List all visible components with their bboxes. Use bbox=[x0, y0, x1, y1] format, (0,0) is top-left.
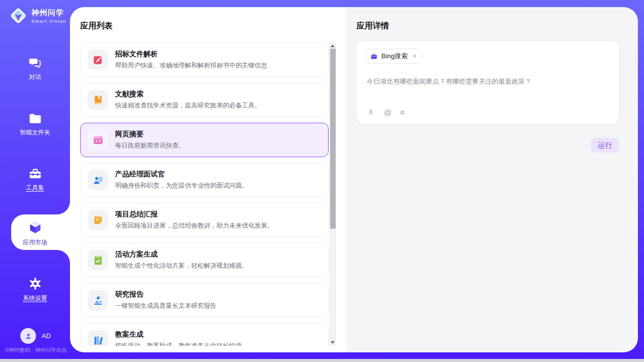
content-area: 应用列表 招标文件解析 帮助用户快速、准确地理解和解析招标书中的关键信息 bbox=[70, 7, 638, 352]
app-desc: 一键智能生成高质量长文本研究报告 bbox=[115, 302, 217, 310]
brand-name: 神州问学 bbox=[31, 8, 66, 18]
tool-chip-label: Bing搜索 bbox=[381, 52, 408, 61]
cube-icon bbox=[28, 220, 43, 235]
app-card-literature-search[interactable]: 文献搜索 快速精准查找学术资源，提高研究效率的必备工具。 bbox=[80, 83, 329, 117]
active-tab-curve-top bbox=[57, 201, 70, 214]
sidebar-item-app-market[interactable]: 应用市场 bbox=[0, 220, 70, 247]
app-card-event-plan[interactable]: 活动方案生成 智能生成个性化活动方案，轻松解决规划难题。 bbox=[80, 243, 329, 277]
app-name: 产品经理面试官 bbox=[115, 170, 248, 179]
app-list-title: 应用列表 bbox=[80, 21, 113, 31]
browser-code-icon bbox=[92, 134, 104, 146]
composer-card: Bing搜索 × 今日湖北有哪些新闻要点？有哪些需要关注的最新政策？ @ # bbox=[356, 41, 620, 124]
app-detail-panel: 应用详情 Bing搜索 × 今日湖北有哪些新闻要点？有哪些需要关注的最新政策？ bbox=[346, 7, 638, 352]
sidebar-item-label: 应用市场 bbox=[23, 238, 47, 247]
tool-chip-bing-search[interactable]: Bing搜索 × bbox=[365, 49, 422, 64]
book-icon bbox=[92, 94, 104, 106]
app-desc: 每日政府新闻资讯快查。 bbox=[115, 141, 185, 150]
briefcase-icon bbox=[370, 53, 378, 60]
microscope-icon bbox=[92, 295, 104, 306]
app-list: 招标文件解析 帮助用户快速、准确地理解和解析招标书中的关键信息 文献搜索 bbox=[80, 43, 329, 346]
gear-icon bbox=[28, 277, 42, 291]
mention-icon[interactable]: @ bbox=[384, 108, 391, 116]
sidebar-item-label: 对话 bbox=[29, 73, 41, 82]
sidebar-item-chat[interactable]: 对话 bbox=[0, 57, 70, 82]
toolbox-icon bbox=[28, 167, 42, 180]
brand-subtitle: Smart Vision bbox=[31, 19, 66, 24]
books-icon bbox=[92, 335, 104, 346]
prompt-text[interactable]: 今日湖北有哪些新闻要点？有哪些需要关注的最新政策？ bbox=[367, 77, 609, 87]
app-name: 教案生成 bbox=[115, 330, 242, 339]
app-card-lesson-plan[interactable]: 教案生成 模板驱动，教案秒成，教学准备从此轻松快捷 bbox=[80, 323, 329, 346]
edit-doc-icon bbox=[92, 54, 104, 66]
run-button[interactable]: 运行 bbox=[591, 138, 619, 153]
app-card-web-summary[interactable]: 网页摘要 每日政府新闻资讯快查。 bbox=[80, 123, 329, 157]
chip-remove-button[interactable]: × bbox=[413, 53, 416, 60]
app-name: 文献搜索 bbox=[115, 90, 261, 99]
scrollbar-down-arrow[interactable] bbox=[331, 341, 335, 344]
app-list-panel: 应用列表 招标文件解析 帮助用户快速、准确地理解和解析招标书中的关键信息 bbox=[70, 7, 346, 352]
app-desc: 全面回顾项目进展，总结经验教训，助力未来优化发展。 bbox=[115, 222, 274, 230]
hash-icon[interactable]: # bbox=[400, 108, 404, 116]
sidebar-item-label: 系统设置 bbox=[23, 294, 47, 303]
interviewer-icon bbox=[92, 174, 104, 186]
copyright-footer: ©神州数码 · 神州问学出品 bbox=[5, 347, 67, 354]
bottom-strip bbox=[0, 359, 644, 362]
sidebar-item-label: 智能文件夹 bbox=[20, 128, 50, 137]
app-name: 活动方案生成 bbox=[115, 250, 248, 259]
active-tab-curve-bottom bbox=[57, 250, 70, 263]
app-name: 网页摘要 bbox=[115, 130, 185, 139]
composer-toolbar: @ # bbox=[367, 107, 405, 117]
user-name: AD bbox=[42, 332, 51, 340]
chat-icon bbox=[28, 57, 42, 69]
brand: 神州问学 Smart Vision bbox=[9, 7, 66, 25]
app-name: 招标文件解析 bbox=[115, 50, 267, 59]
brand-logo-icon bbox=[9, 7, 27, 25]
app-card-bid-parse[interactable]: 招标文件解析 帮助用户快速、准确地理解和解析招标书中的关键信息 bbox=[80, 43, 329, 77]
app-name: 项目总结汇报 bbox=[115, 210, 274, 219]
app-desc: 智能生成个性化活动方案，轻松解决规划难题。 bbox=[115, 262, 248, 270]
sidebar-item-toolbox[interactable]: 工具集 bbox=[0, 167, 70, 192]
app-desc: 帮助用户快速、准确地理解和解析招标书中的关键信息 bbox=[115, 61, 267, 70]
avatar bbox=[20, 328, 36, 344]
folder-icon bbox=[28, 113, 42, 125]
app-card-pm-interviewer[interactable]: 产品经理面试官 明确身份和职责，为您提供专业性的面试问题。 bbox=[80, 163, 329, 197]
app-card-research-report[interactable]: 研究报告 一键智能生成高质量长文本研究报告 bbox=[80, 283, 329, 317]
user-account[interactable]: AD bbox=[20, 328, 51, 344]
sidebar-item-smart-folder[interactable]: 智能文件夹 bbox=[0, 113, 70, 137]
sidebar-item-label: 工具集 bbox=[26, 184, 44, 192]
sidebar: 神州问学 Smart Vision 对话 智能文件夹 bbox=[0, 0, 70, 362]
attachment-icon[interactable] bbox=[367, 107, 375, 117]
scrollbar-thumb[interactable] bbox=[330, 49, 336, 229]
app-desc: 快速精准查找学术资源，提高研究效率的必备工具。 bbox=[115, 101, 261, 110]
app-detail-title: 应用详情 bbox=[356, 21, 389, 31]
app-desc: 模板驱动，教案秒成，教学准备从此轻松快捷 bbox=[115, 342, 242, 346]
app-name: 研究报告 bbox=[115, 290, 217, 299]
sidebar-item-settings[interactable]: 系统设置 bbox=[0, 277, 70, 303]
person-icon bbox=[24, 332, 33, 341]
app-window: 神州问学 Smart Vision 对话 智能文件夹 bbox=[0, 0, 644, 362]
app-list-scrollbar[interactable] bbox=[329, 43, 336, 346]
clipboard-check-icon bbox=[92, 255, 104, 266]
scrollbar-up-arrow[interactable] bbox=[331, 45, 335, 47]
app-desc: 明确身份和职责，为您提供专业性的面试问题。 bbox=[115, 182, 248, 190]
app-card-project-summary[interactable]: 项目总结汇报 全面回顾项目进展，总结经验教训，助力未来优化发展。 bbox=[80, 203, 329, 237]
note-icon bbox=[92, 214, 104, 226]
